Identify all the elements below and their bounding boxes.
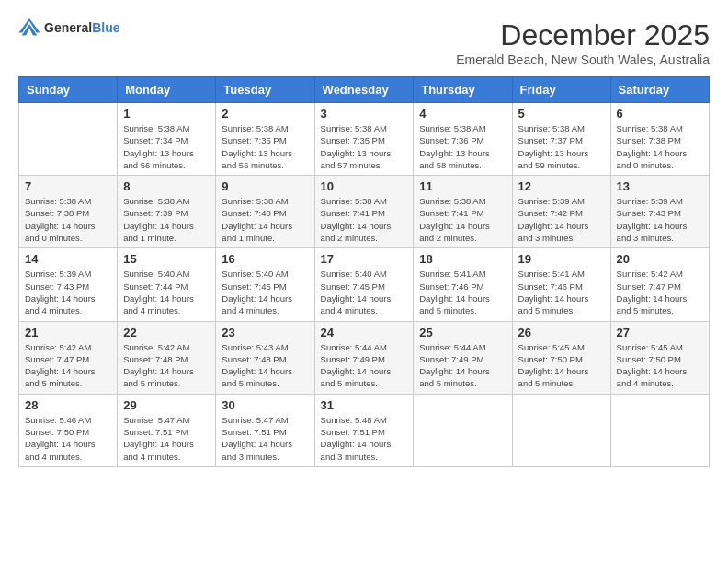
calendar-cell bbox=[512, 394, 610, 466]
day-number: 12 bbox=[518, 179, 605, 193]
logo-text-general: General bbox=[44, 20, 92, 35]
calendar-cell: 4Sunrise: 5:38 AM Sunset: 7:36 PM Daylig… bbox=[414, 103, 512, 176]
day-info: Sunrise: 5:46 AM Sunset: 7:50 PM Dayligh… bbox=[25, 414, 111, 463]
day-info: Sunrise: 5:42 AM Sunset: 7:47 PM Dayligh… bbox=[617, 268, 703, 316]
day-number: 8 bbox=[123, 179, 210, 193]
logo: GeneralBlue bbox=[18, 18, 119, 37]
day-info: Sunrise: 5:48 AM Sunset: 7:51 PM Dayligh… bbox=[321, 414, 408, 463]
calendar-cell: 22Sunrise: 5:42 AM Sunset: 7:48 PM Dayli… bbox=[118, 321, 216, 394]
calendar-cell: 28Sunrise: 5:46 AM Sunset: 7:50 PM Dayli… bbox=[19, 394, 118, 466]
page-header: GeneralBlue December 2025 Emerald Beach,… bbox=[18, 18, 710, 67]
day-number: 18 bbox=[419, 252, 506, 266]
calendar-cell: 6Sunrise: 5:38 AM Sunset: 7:38 PM Daylig… bbox=[610, 103, 709, 176]
calendar-cell bbox=[19, 103, 118, 176]
day-number: 15 bbox=[123, 252, 210, 266]
calendar-cell: 12Sunrise: 5:39 AM Sunset: 7:42 PM Dayli… bbox=[512, 176, 610, 248]
day-info: Sunrise: 5:41 AM Sunset: 7:46 PM Dayligh… bbox=[419, 268, 506, 316]
column-header-sunday: Sunday bbox=[19, 77, 118, 103]
calendar-cell: 29Sunrise: 5:47 AM Sunset: 7:51 PM Dayli… bbox=[118, 394, 216, 466]
calendar-cell bbox=[414, 394, 512, 466]
day-number: 22 bbox=[123, 326, 210, 339]
day-info: Sunrise: 5:41 AM Sunset: 7:46 PM Dayligh… bbox=[518, 268, 605, 316]
column-header-tuesday: Tuesday bbox=[216, 77, 314, 103]
calendar-week-row: 21Sunrise: 5:42 AM Sunset: 7:47 PM Dayli… bbox=[19, 321, 710, 394]
column-header-saturday: Saturday bbox=[610, 77, 709, 103]
calendar-table: SundayMondayTuesdayWednesdayThursdayFrid… bbox=[18, 76, 710, 467]
calendar-cell bbox=[610, 394, 709, 466]
calendar-cell: 15Sunrise: 5:40 AM Sunset: 7:44 PM Dayli… bbox=[118, 248, 216, 321]
calendar-cell: 20Sunrise: 5:42 AM Sunset: 7:47 PM Dayli… bbox=[610, 248, 709, 321]
calendar-cell: 9Sunrise: 5:38 AM Sunset: 7:40 PM Daylig… bbox=[216, 176, 314, 248]
day-info: Sunrise: 5:40 AM Sunset: 7:44 PM Dayligh… bbox=[123, 268, 210, 316]
day-number: 4 bbox=[419, 107, 506, 121]
day-info: Sunrise: 5:39 AM Sunset: 7:42 PM Dayligh… bbox=[518, 195, 605, 244]
day-number: 16 bbox=[222, 252, 308, 266]
month-title: December 2025 bbox=[456, 18, 710, 52]
day-info: Sunrise: 5:38 AM Sunset: 7:38 PM Dayligh… bbox=[617, 122, 703, 171]
calendar-week-row: 1Sunrise: 5:38 AM Sunset: 7:34 PM Daylig… bbox=[19, 103, 710, 176]
calendar-week-row: 7Sunrise: 5:38 AM Sunset: 7:38 PM Daylig… bbox=[19, 176, 710, 248]
day-number: 29 bbox=[123, 398, 210, 412]
calendar-header-row: SundayMondayTuesdayWednesdayThursdayFrid… bbox=[19, 77, 710, 103]
calendar-cell: 10Sunrise: 5:38 AM Sunset: 7:41 PM Dayli… bbox=[314, 176, 414, 248]
location-title: Emerald Beach, New South Wales, Australi… bbox=[456, 52, 710, 67]
column-header-monday: Monday bbox=[118, 77, 216, 103]
day-info: Sunrise: 5:42 AM Sunset: 7:47 PM Dayligh… bbox=[25, 341, 111, 390]
calendar-cell: 18Sunrise: 5:41 AM Sunset: 7:46 PM Dayli… bbox=[414, 248, 512, 321]
day-info: Sunrise: 5:39 AM Sunset: 7:43 PM Dayligh… bbox=[617, 195, 703, 244]
day-number: 25 bbox=[419, 326, 506, 339]
day-info: Sunrise: 5:38 AM Sunset: 7:38 PM Dayligh… bbox=[25, 195, 111, 244]
calendar-cell: 21Sunrise: 5:42 AM Sunset: 7:47 PM Dayli… bbox=[19, 321, 118, 394]
day-number: 23 bbox=[222, 326, 308, 339]
day-number: 1 bbox=[123, 107, 210, 121]
day-info: Sunrise: 5:44 AM Sunset: 7:49 PM Dayligh… bbox=[419, 341, 506, 390]
day-number: 13 bbox=[617, 179, 703, 193]
day-number: 20 bbox=[617, 252, 703, 266]
day-number: 28 bbox=[25, 398, 111, 412]
day-info: Sunrise: 5:38 AM Sunset: 7:41 PM Dayligh… bbox=[419, 195, 506, 244]
calendar-week-row: 28Sunrise: 5:46 AM Sunset: 7:50 PM Dayli… bbox=[19, 394, 710, 466]
day-number: 9 bbox=[222, 179, 308, 193]
day-number: 10 bbox=[321, 179, 408, 193]
calendar-cell: 11Sunrise: 5:38 AM Sunset: 7:41 PM Dayli… bbox=[414, 176, 512, 248]
day-number: 27 bbox=[617, 326, 703, 339]
day-number: 6 bbox=[617, 107, 703, 121]
day-info: Sunrise: 5:40 AM Sunset: 7:45 PM Dayligh… bbox=[321, 268, 408, 316]
calendar-cell: 27Sunrise: 5:45 AM Sunset: 7:50 PM Dayli… bbox=[610, 321, 709, 394]
calendar-cell: 1Sunrise: 5:38 AM Sunset: 7:34 PM Daylig… bbox=[118, 103, 216, 176]
day-info: Sunrise: 5:38 AM Sunset: 7:37 PM Dayligh… bbox=[518, 122, 605, 171]
day-number: 19 bbox=[518, 252, 605, 266]
day-number: 26 bbox=[518, 326, 605, 339]
logo-text-blue: Blue bbox=[92, 20, 119, 35]
day-info: Sunrise: 5:45 AM Sunset: 7:50 PM Dayligh… bbox=[518, 341, 605, 390]
calendar-cell: 7Sunrise: 5:38 AM Sunset: 7:38 PM Daylig… bbox=[19, 176, 118, 248]
calendar-week-row: 14Sunrise: 5:39 AM Sunset: 7:43 PM Dayli… bbox=[19, 248, 710, 321]
day-info: Sunrise: 5:38 AM Sunset: 7:41 PM Dayligh… bbox=[321, 195, 408, 244]
calendar-cell: 31Sunrise: 5:48 AM Sunset: 7:51 PM Dayli… bbox=[314, 394, 414, 466]
logo-icon bbox=[18, 18, 40, 37]
calendar-cell: 23Sunrise: 5:43 AM Sunset: 7:48 PM Dayli… bbox=[216, 321, 314, 394]
calendar-cell: 24Sunrise: 5:44 AM Sunset: 7:49 PM Dayli… bbox=[314, 321, 414, 394]
day-info: Sunrise: 5:38 AM Sunset: 7:35 PM Dayligh… bbox=[222, 122, 308, 171]
day-info: Sunrise: 5:45 AM Sunset: 7:50 PM Dayligh… bbox=[617, 341, 703, 390]
calendar-cell: 5Sunrise: 5:38 AM Sunset: 7:37 PM Daylig… bbox=[512, 103, 610, 176]
day-number: 5 bbox=[518, 107, 605, 121]
day-info: Sunrise: 5:38 AM Sunset: 7:40 PM Dayligh… bbox=[222, 195, 308, 244]
calendar-cell: 16Sunrise: 5:40 AM Sunset: 7:45 PM Dayli… bbox=[216, 248, 314, 321]
calendar-cell: 14Sunrise: 5:39 AM Sunset: 7:43 PM Dayli… bbox=[19, 248, 118, 321]
column-header-wednesday: Wednesday bbox=[314, 77, 414, 103]
calendar-cell: 19Sunrise: 5:41 AM Sunset: 7:46 PM Dayli… bbox=[512, 248, 610, 321]
day-info: Sunrise: 5:38 AM Sunset: 7:35 PM Dayligh… bbox=[321, 122, 408, 171]
day-info: Sunrise: 5:40 AM Sunset: 7:45 PM Dayligh… bbox=[222, 268, 308, 316]
calendar-cell: 2Sunrise: 5:38 AM Sunset: 7:35 PM Daylig… bbox=[216, 103, 314, 176]
title-section: December 2025 Emerald Beach, New South W… bbox=[456, 18, 710, 67]
day-number: 30 bbox=[222, 398, 308, 412]
day-number: 2 bbox=[222, 107, 308, 121]
calendar-cell: 3Sunrise: 5:38 AM Sunset: 7:35 PM Daylig… bbox=[314, 103, 414, 176]
calendar-cell: 8Sunrise: 5:38 AM Sunset: 7:39 PM Daylig… bbox=[118, 176, 216, 248]
day-info: Sunrise: 5:38 AM Sunset: 7:34 PM Dayligh… bbox=[123, 122, 210, 171]
day-number: 3 bbox=[321, 107, 408, 121]
calendar-cell: 30Sunrise: 5:47 AM Sunset: 7:51 PM Dayli… bbox=[216, 394, 314, 466]
day-info: Sunrise: 5:38 AM Sunset: 7:39 PM Dayligh… bbox=[123, 195, 210, 244]
column-header-friday: Friday bbox=[512, 77, 610, 103]
